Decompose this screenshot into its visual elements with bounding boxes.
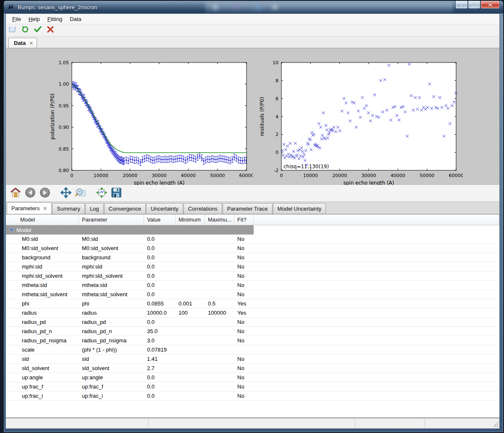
table-row[interactable]: mtheta:sld_solventmtheta:sld_solvent0.0N…: [6, 290, 499, 299]
main-toolbar: [6, 24, 499, 37]
svg-text:50000: 50000: [420, 173, 434, 178]
column-header-0[interactable]: Model: [6, 214, 79, 225]
column-header-4[interactable]: Maximu...: [205, 214, 234, 225]
pan-icon: [60, 187, 71, 200]
collapse-triangle-icon[interactable]: [9, 228, 14, 232]
reload-button[interactable]: [20, 25, 30, 35]
model-group-row[interactable]: Model: [6, 225, 254, 235]
app-icon: [7, 3, 15, 11]
svg-text:60000: 60000: [449, 173, 463, 178]
svg-text:spin echo length (A): spin echo length (A): [343, 180, 394, 185]
table-row[interactable]: radiusradius10000.0100100000Yes: [6, 308, 499, 318]
table-row[interactable]: mtheta:sldmtheta:sld0.0No: [6, 281, 499, 290]
table-row[interactable]: mphi:sldmphi:sld0.0No: [6, 262, 499, 271]
svg-text:polarization (P/P0): polarization (P/P0): [50, 94, 55, 140]
column-header-5[interactable]: Fit?: [234, 214, 254, 225]
svg-text:4: 4: [276, 114, 278, 120]
zoom-rect-icon: [75, 187, 86, 200]
tab-close-icon[interactable]: ✕: [43, 206, 47, 211]
menu-help[interactable]: Help: [25, 15, 44, 23]
cancel-button[interactable]: [45, 25, 55, 35]
document-tabstrip: Data✕: [6, 37, 499, 48]
table-row[interactable]: radius_pd_nsigmaradius_pd_nsigma3.0No: [6, 336, 499, 345]
pan-button[interactable]: [60, 187, 72, 200]
svg-text:spin echo length (A): spin echo length (A): [134, 180, 184, 185]
svg-text:0: 0: [71, 173, 74, 178]
column-header-2[interactable]: Value: [144, 214, 176, 225]
tab-log[interactable]: Log: [85, 203, 104, 214]
zoom-button[interactable]: [74, 187, 87, 200]
svg-text:residuals (P/P0): residuals (P/P0): [259, 97, 265, 136]
group-label: Model: [16, 227, 31, 233]
maximize-button[interactable]: [468, 1, 480, 9]
window-controls: [455, 1, 500, 9]
back-icon: [25, 187, 36, 200]
menu-file[interactable]: File: [8, 15, 25, 23]
svg-text:0: 0: [280, 173, 283, 178]
table-row[interactable]: sldsld1.41No: [6, 355, 499, 364]
status-bar: [6, 417, 499, 428]
resize-grip[interactable]: [493, 422, 499, 428]
menu-fitting[interactable]: Fitting: [44, 15, 66, 23]
menu-data[interactable]: Data: [66, 15, 85, 23]
svg-text:chisq=11.130(19): chisq=11.130(19): [284, 164, 329, 170]
tab-uncertainty[interactable]: Uncertainty: [146, 203, 183, 214]
minimize-button[interactable]: [455, 1, 468, 9]
table-row[interactable]: M0:sld_solventM0:sld_solvent0.0No: [6, 244, 499, 253]
tab-parameters[interactable]: Parameters✕: [7, 202, 52, 214]
app-window: Bumps: sesans_sphere_2micron FileHelpFit…: [3, 0, 504, 433]
status-pane-1: [149, 418, 355, 428]
check-icon: [34, 26, 42, 35]
accept-button[interactable]: [33, 25, 43, 35]
table-row[interactable]: radius_pd_nradius_pd_n35.0No: [6, 327, 499, 336]
script-button[interactable]: [8, 25, 18, 35]
tab-convergence[interactable]: Convergence: [104, 203, 146, 214]
tab-parameter-trace[interactable]: Parameter Trace: [223, 203, 273, 214]
save-button[interactable]: [110, 187, 123, 200]
table-row[interactable]: sld_solventsld_solvent2.7No: [6, 364, 499, 373]
table-header: ModelParameterValueMinimumMaximu...Fit?: [6, 214, 499, 225]
column-header-3[interactable]: Minimum: [176, 214, 205, 225]
close-button[interactable]: [480, 1, 500, 9]
table-row[interactable]: up:angleup:angle0.0No: [6, 373, 499, 382]
script-icon: [8, 26, 17, 35]
tab-close-icon[interactable]: ✕: [29, 40, 33, 46]
subplots-button[interactable]: [95, 187, 108, 200]
polarization-plot-canvas[interactable]: 01000020000300004000050000600000.800.850…: [43, 48, 253, 185]
table-row[interactable]: M0:sldM0:sld0.0No: [6, 235, 499, 244]
table-row[interactable]: phiphi0.08550.0010.5Yes: [6, 299, 499, 308]
doc-tab-data[interactable]: Data✕: [8, 38, 37, 48]
column-header-1[interactable]: Parameter: [79, 214, 144, 225]
table-row[interactable]: up:frac_iup:frac_i0.0No: [6, 391, 499, 401]
minimize-icon: [459, 3, 464, 7]
table-row[interactable]: up:frac_fup:frac_f0.0No: [6, 382, 499, 391]
svg-text:0: 0: [276, 150, 278, 155]
back-button[interactable]: [24, 187, 37, 200]
plot-panel: 01000020000300004000050000600000.800.850…: [6, 48, 499, 185]
window-title: Bumps: sesans_sphere_2micron: [18, 4, 97, 10]
titlebar[interactable]: Bumps: sesans_sphere_2micron: [4, 1, 503, 13]
forward-button[interactable]: [39, 187, 51, 200]
residuals-plot-canvas[interactable]: 0100002000030000400005000060000-20246810…: [253, 48, 463, 185]
forward-icon: [39, 187, 50, 200]
svg-text:30000: 30000: [152, 173, 167, 178]
background-window-ghost: [205, 3, 453, 13]
svg-text:-2: -2: [274, 168, 278, 173]
tab-correlations[interactable]: Correlations: [184, 203, 222, 214]
svg-text:6: 6: [276, 96, 278, 102]
table-row[interactable]: mphi:sld_solventmphi:sld_solvent0.0No: [6, 271, 499, 281]
maximize-icon: [472, 3, 477, 7]
svg-text:10: 10: [273, 60, 278, 65]
svg-text:0.95: 0.95: [59, 103, 69, 109]
table-row[interactable]: radius_pdradius_pd0.0No: [6, 318, 499, 327]
tab-model-uncertainty[interactable]: Model Uncertainty: [273, 203, 326, 214]
tab-summary[interactable]: Summary: [52, 203, 85, 214]
svg-text:8: 8: [276, 78, 278, 83]
home-button[interactable]: [9, 187, 22, 200]
table-row[interactable]: backgroundbackground0.0No: [6, 253, 499, 262]
svg-text:30000: 30000: [362, 173, 376, 178]
table-row[interactable]: scale(phi * (1 - phi))0.07819: [6, 345, 499, 355]
svg-text:10000: 10000: [94, 173, 108, 178]
menubar: FileHelpFittingData: [6, 14, 499, 24]
subplots-icon: [96, 187, 107, 200]
